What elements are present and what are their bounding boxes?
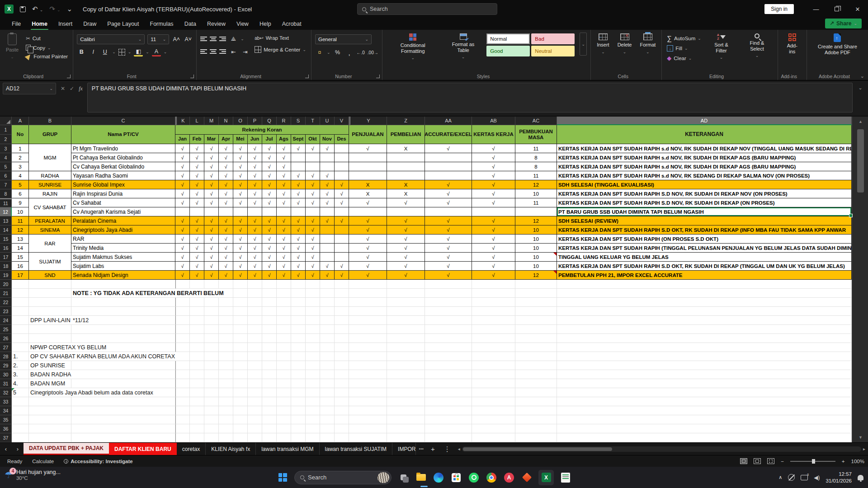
cell-month-mei-8[interactable]: √ — [233, 189, 248, 198]
cell-empty[interactable] — [29, 433, 71, 442]
cell-month-sept-19[interactable]: √ — [291, 271, 306, 280]
row-header-13[interactable]: 13 — [0, 216, 12, 225]
ribbon-tab-review[interactable]: Review — [202, 19, 231, 29]
cell-empty[interactable] — [175, 307, 190, 316]
normal-view-button[interactable] — [740, 458, 747, 464]
decrease-indent-button[interactable]: ⇤ — [229, 47, 238, 56]
cell-month-okt-4[interactable] — [306, 153, 320, 162]
accessibility-status[interactable]: Accessibility: Investigate — [64, 459, 132, 464]
cell-empty[interactable] — [515, 334, 557, 343]
cell-empty[interactable] — [262, 325, 277, 334]
cell-empty[interactable] — [515, 415, 557, 424]
cell-penjualan-6[interactable] — [349, 171, 387, 180]
cell-grup-11[interactable]: CV SAHABAT — [29, 198, 71, 216]
column-header-AB[interactable]: AB — [472, 117, 515, 125]
cell-accurate-13[interactable]: √ — [425, 216, 472, 225]
cell-month-feb-6[interactable]: √ — [190, 171, 204, 180]
cell-empty[interactable] — [29, 325, 71, 334]
number-format-select[interactable]: General⌄ — [315, 34, 372, 44]
cell-empty[interactable] — [277, 424, 291, 433]
cell-month-mei-17[interactable]: √ — [233, 253, 248, 262]
cell-month-jun-7[interactable]: √ — [248, 180, 262, 189]
cell-empty[interactable] — [425, 343, 472, 352]
cell-month-nov-14[interactable] — [320, 225, 335, 235]
cell-empty[interactable] — [71, 370, 175, 379]
cell-empty[interactable] — [557, 370, 852, 379]
cell-empty[interactable] — [387, 433, 425, 442]
cell-no-3[interactable]: 1 — [12, 144, 29, 153]
cell-empty[interactable] — [291, 289, 306, 298]
cell-month-jun-11[interactable]: √ — [248, 198, 262, 207]
cell-no-17[interactable]: 15 — [12, 253, 29, 262]
cell-empty[interactable] — [306, 316, 320, 325]
cell-month-sept-11[interactable]: √ — [291, 198, 306, 207]
cell-empty[interactable] — [219, 415, 233, 424]
cell-empty[interactable] — [219, 307, 233, 316]
cell-month-okt-16[interactable]: √ — [306, 244, 320, 253]
cell-empty[interactable] — [306, 379, 320, 388]
cell-empty[interactable] — [219, 379, 233, 388]
cell-empty[interactable] — [472, 307, 515, 316]
cell-empty[interactable] — [335, 424, 349, 433]
cell-month-feb-16[interactable]: √ — [190, 244, 204, 253]
header-penjualan[interactable]: PENJUALAN — [349, 125, 387, 144]
cell-month-mei-18[interactable]: √ — [233, 262, 248, 271]
cell-no-12[interactable]: 10 — [12, 207, 29, 216]
cell-empty[interactable] — [472, 388, 515, 397]
cell-empty[interactable] — [349, 415, 387, 424]
cell-empty[interactable] — [248, 388, 262, 397]
cell-empty[interactable] — [29, 424, 71, 433]
cell-month-jan-19[interactable]: √ — [175, 271, 190, 280]
cell-note-B31[interactable]: BADAN MGM — [29, 379, 69, 388]
cell-penjualan-4[interactable] — [349, 153, 387, 162]
cell-empty[interactable] — [233, 316, 248, 325]
increase-decimal-button[interactable]: ←.0 — [356, 50, 364, 55]
cell-month-okt-5[interactable] — [306, 162, 320, 171]
cell-empty[interactable] — [349, 289, 387, 298]
ribbon-tab-home[interactable]: Home — [26, 19, 53, 29]
cell-empty[interactable] — [71, 298, 175, 307]
cell-month-apr-17[interactable]: √ — [219, 253, 233, 262]
cell-empty[interactable] — [515, 388, 557, 397]
cell-month-mar-8[interactable]: √ — [204, 189, 219, 198]
row-header-5[interactable]: 5 — [0, 162, 12, 171]
cell-empty[interactable] — [190, 343, 204, 352]
cell-empty[interactable] — [29, 334, 71, 343]
cell-empty[interactable] — [472, 334, 515, 343]
cell-empty[interactable] — [233, 280, 248, 289]
cell-empty[interactable] — [387, 397, 425, 406]
copy-button[interactable]: Copy⌄ — [24, 44, 69, 52]
cell-empty[interactable] — [277, 415, 291, 424]
cell-nama-6[interactable]: Yayasan Radha Saomi — [71, 171, 175, 180]
cell-empty[interactable] — [71, 424, 175, 433]
cell-empty[interactable] — [204, 433, 219, 442]
cell-empty[interactable] — [219, 361, 233, 370]
cell-empty[interactable] — [291, 370, 306, 379]
cell-month-jun-15[interactable]: √ — [248, 235, 262, 244]
row-header-1[interactable]: 1 — [0, 125, 12, 135]
cell-empty[interactable] — [175, 379, 190, 388]
cell-month-jun-8[interactable]: √ — [248, 189, 262, 198]
cell-empty[interactable] — [335, 307, 349, 316]
decrease-decimal-button[interactable]: .00→ — [368, 50, 378, 55]
cell-kertas-13[interactable]: √ — [472, 216, 515, 225]
start-button[interactable] — [277, 472, 288, 483]
cell-accurate-7[interactable]: √ — [425, 180, 472, 189]
name-box[interactable]: AD12⌄ — [3, 83, 56, 94]
cell-empty[interactable] — [233, 334, 248, 343]
cell-empty[interactable] — [175, 406, 190, 415]
cell-empty[interactable] — [472, 325, 515, 334]
cell-accurate-16[interactable]: √ — [425, 244, 472, 253]
cell-nama-15[interactable]: RAR — [71, 235, 175, 244]
cell-empty[interactable] — [291, 388, 306, 397]
cell-empty[interactable] — [71, 361, 175, 370]
cell-empty[interactable] — [277, 343, 291, 352]
cell-empty[interactable] — [557, 307, 852, 316]
cell-month-jan-3[interactable]: √ — [175, 144, 190, 153]
row-header-29[interactable]: 29 — [0, 361, 12, 370]
cell-empty[interactable] — [557, 289, 852, 298]
cell-month-ags-3[interactable]: √ — [277, 144, 291, 153]
header-month-mei[interactable]: Mei — [233, 135, 248, 144]
cell-empty[interactable] — [12, 343, 29, 352]
sheet-tab-daftar-klien-baru[interactable]: DAFTAR KLIEN BARU — [109, 443, 177, 455]
